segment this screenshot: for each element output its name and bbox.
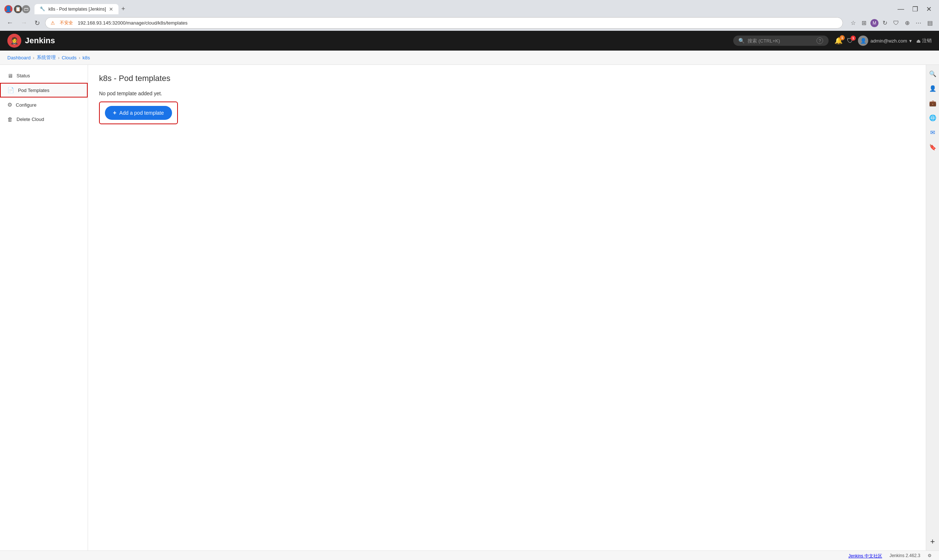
notification-badge: 1 [840, 35, 845, 40]
browser-ext-icon-2[interactable]: 🗃 [22, 5, 30, 13]
sidebar-item-status[interactable]: 🖥 Status [0, 69, 88, 83]
breadcrumb-sep-1: › [33, 55, 34, 60]
more-tools-btn[interactable]: ⋯ [914, 19, 923, 27]
browser-shield-btn[interactable]: 🛡 [891, 19, 901, 27]
browser-ext-icon-1[interactable]: 📋 [14, 5, 22, 13]
add-pod-template-btn[interactable]: + Add a pod template [105, 106, 172, 120]
breadcrumb-sep-3: › [79, 55, 80, 60]
breadcrumb-sep-2: › [58, 55, 59, 60]
security-icon: ⚠ [51, 20, 55, 26]
logo-text: Jenkins [25, 36, 55, 45]
add-pod-template-area: + Add a pod template [99, 102, 178, 124]
browser-title-bar: 👤 📋 🗃 🔧 k8s - Pod templates [Jenkins] ✕ … [0, 0, 939, 15]
delete-cloud-icon: 🗑 [7, 116, 13, 122]
footer-version: Jenkins 2.462.3 [890, 553, 920, 559]
forward-button[interactable]: → [19, 18, 29, 28]
reload-button[interactable]: ↻ [32, 18, 42, 28]
right-panel-mail-icon[interactable]: ✉ [928, 127, 938, 137]
tab-favicon: 🔧 [40, 6, 45, 12]
logout-label: 注销 [922, 37, 932, 44]
right-panel-add-icon[interactable]: + [928, 537, 938, 547]
sidebar-item-configure[interactable]: ⚙ Configure [0, 97, 88, 112]
url-display[interactable]: 192.168.93.145:32000/manage/cloud/k8s/te… [78, 20, 837, 26]
breadcrumb: Dashboard › 系统管理 › Clouds › k8s [0, 51, 939, 65]
main-content: k8s - Pod templates No pod template adde… [88, 65, 926, 551]
sidebar-item-configure-label: Configure [16, 102, 36, 108]
jenkins-logo[interactable]: 🤵 Jenkins [7, 34, 55, 48]
user-menu-chevron: ▾ [909, 38, 912, 44]
browser-chrome: 👤 📋 🗃 🔧 k8s - Pod templates [Jenkins] ✕ … [0, 0, 939, 31]
shield-btn[interactable]: 🛡 1 [847, 37, 854, 45]
readinglist-btn[interactable]: ⊞ [860, 19, 868, 27]
logout-btn[interactable]: ⏏ 注销 [916, 37, 932, 44]
footer-gear-icon[interactable]: ⚙ [928, 553, 932, 559]
tab-title: k8s - Pod templates [Jenkins] [48, 6, 106, 12]
translate-btn[interactable]: ⊕ [903, 19, 911, 27]
sidebar-item-delete-cloud[interactable]: 🗑 Delete Cloud [0, 112, 88, 126]
window-controls: — ❐ ✕ [894, 5, 934, 14]
logo-icon: 🤵 [7, 34, 21, 48]
tab-close-btn[interactable]: ✕ [109, 6, 113, 12]
configure-icon: ⚙ [7, 102, 12, 108]
breadcrumb-dashboard[interactable]: Dashboard [7, 55, 31, 60]
browser-profile-btn[interactable]: M [870, 19, 879, 27]
right-panel-tag-icon[interactable]: 🔖 [928, 142, 938, 152]
header-action-icons: 🔔 1 🛡 1 👤 admin@wzh.com ▾ ⏏ 注销 [834, 35, 932, 46]
page-title: k8s - Pod templates [99, 74, 915, 83]
add-pod-btn-label: Add a pod template [119, 110, 163, 116]
maximize-btn[interactable]: ❐ [909, 5, 921, 14]
no-template-message: No pod template added yet. [99, 91, 915, 96]
user-menu[interactable]: 👤 admin@wzh.com ▾ [858, 35, 912, 46]
pod-templates-icon: 📄 [7, 87, 14, 94]
status-icon: 🖥 [7, 72, 13, 79]
minimize-btn[interactable]: — [894, 5, 907, 14]
sidebar-item-delete-cloud-label: Delete Cloud [17, 117, 44, 122]
bookmark-star-btn[interactable]: ☆ [849, 19, 857, 27]
new-tab-button[interactable]: + [119, 3, 128, 15]
browser-profile-icon[interactable]: 👤 [5, 5, 12, 13]
breadcrumb-clouds[interactable]: Clouds [62, 55, 76, 60]
shield-badge: 1 [851, 35, 856, 41]
close-btn[interactable]: ✕ [923, 5, 934, 14]
notifications-btn[interactable]: 🔔 1 [834, 37, 842, 45]
logout-icon: ⏏ [916, 38, 920, 44]
search-help-icon[interactable]: ? [817, 37, 823, 44]
footer: Jenkins 中文社区 Jenkins 2.462.3 ⚙ [0, 551, 939, 560]
address-bar: ⚠ 不安全 192.168.93.145:32000/manage/cloud/… [45, 17, 843, 29]
sidebar-item-pod-templates[interactable]: 📄 Pod Templates [0, 83, 88, 97]
refresh-ext-btn[interactable]: ↻ [881, 19, 889, 27]
right-panel-search-icon[interactable]: 🔍 [928, 69, 938, 79]
jenkins-app: 🤵 Jenkins 🔍 ? 🔔 1 🛡 1 👤 admin@wzh.com ▾ [0, 31, 939, 560]
sidebar-item-status-label: Status [17, 73, 30, 78]
search-input[interactable] [748, 38, 814, 44]
back-button[interactable]: ← [5, 18, 15, 28]
browser-extension-icons: ☆ ⊞ M ↻ 🛡 ⊕ ⋯ ▤ [849, 19, 934, 27]
add-pod-plus-icon: + [113, 109, 116, 116]
breadcrumb-k8s[interactable]: k8s [83, 55, 90, 60]
browser-toolbar: ← → ↻ ⚠ 不安全 192.168.93.145:32000/manage/… [0, 15, 939, 31]
sidebar-toggle-btn[interactable]: ▤ [925, 19, 934, 27]
right-panel-briefcase-icon[interactable]: 💼 [928, 98, 938, 108]
right-panel-globe-icon[interactable]: 🌐 [928, 112, 938, 123]
sidebar-item-pod-templates-label: Pod Templates [18, 88, 49, 93]
browser-active-tab[interactable]: 🔧 k8s - Pod templates [Jenkins] ✕ [34, 4, 119, 14]
breadcrumb-system-admin[interactable]: 系统管理 [37, 54, 56, 61]
footer-community-link[interactable]: Jenkins 中文社区 [848, 553, 882, 559]
jenkins-header: 🤵 Jenkins 🔍 ? 🔔 1 🛡 1 👤 admin@wzh.com ▾ [0, 31, 939, 51]
content-wrapper: 🖥 Status 📄 Pod Templates ⚙ Configure 🗑 D… [0, 65, 939, 551]
sidebar: 🖥 Status 📄 Pod Templates ⚙ Configure 🗑 D… [0, 65, 88, 551]
header-search-bar[interactable]: 🔍 ? [733, 35, 829, 46]
not-secure-label: 不安全 [58, 19, 75, 27]
search-icon: 🔍 [739, 38, 745, 44]
right-panel-user-icon[interactable]: 👤 [928, 83, 938, 94]
right-panel: 🔍 👤 💼 🌐 ✉ 🔖 + [926, 65, 939, 551]
user-avatar: 👤 [858, 35, 868, 46]
user-name: admin@wzh.com [870, 38, 907, 44]
